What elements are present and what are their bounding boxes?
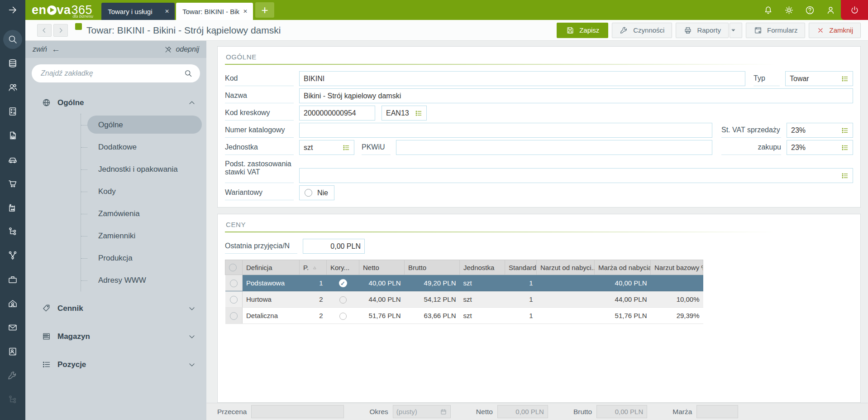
module-briefcase-button[interactable] [0, 267, 25, 291]
przecena-input[interactable] [251, 405, 344, 418]
vat-zakupu-select[interactable]: 23% [787, 140, 853, 155]
menu-expand-button[interactable] [0, 0, 25, 20]
col-header-5[interactable]: Jednostka [460, 260, 505, 275]
col-header-2[interactable]: Kory... [327, 260, 359, 275]
reports-dropdown-button[interactable] [730, 23, 742, 38]
forward-button[interactable] [53, 24, 68, 37]
module-home-user-button[interactable] [0, 291, 25, 315]
row-selector[interactable] [225, 308, 243, 324]
form-layout-button[interactable]: Formularz [746, 23, 806, 38]
module-car-button[interactable] [0, 147, 25, 171]
jednostka-select[interactable]: szt [299, 140, 354, 155]
nav-item-kody[interactable]: Kody [81, 180, 206, 203]
logo-play-icon [47, 5, 57, 15]
tab-close-icon[interactable]: ✕ [161, 8, 169, 14]
search-icon [184, 69, 193, 78]
kod-input[interactable] [299, 71, 745, 86]
nav-item-og-lne[interactable]: Ogólne [81, 114, 206, 136]
col-header-0[interactable]: Definicja [243, 260, 300, 275]
okres-input[interactable]: (pusty) [393, 405, 451, 418]
nav-group-ogólne[interactable]: Ogólne [25, 92, 206, 114]
col-header-6[interactable]: Standard... [505, 260, 537, 275]
nav-item-produkcja[interactable]: Produkcja [81, 247, 206, 269]
user-button[interactable] [820, 0, 841, 20]
collapse-label[interactable]: zwiń [33, 45, 47, 53]
module-hierarchy-button[interactable] [0, 387, 25, 411]
tab-active-1[interactable]: Towar: BIKINI - Bikini...✕ [176, 3, 253, 20]
kod-kreskowy-input[interactable] [299, 106, 375, 121]
footer-marza-input[interactable] [696, 405, 738, 418]
actions-button[interactable]: Czynności [612, 23, 672, 38]
bell-button[interactable] [758, 0, 778, 20]
nav-group-pozycje[interactable]: Pozycje [25, 353, 206, 376]
nav-item-zamienniki[interactable]: Zamienniki [81, 225, 206, 247]
tab-inactive-0[interactable]: Towary i usługi✕ [101, 3, 175, 20]
ostatnia-przyjecia-input[interactable] [303, 239, 365, 254]
new-tab-button[interactable]: + [255, 2, 274, 18]
col-header-9[interactable]: Narzut bazowy % [651, 260, 703, 275]
nazwa-input[interactable] [299, 88, 853, 103]
footer-netto-input[interactable]: 0,00 PLN [497, 405, 548, 418]
back-button[interactable] [37, 24, 52, 37]
gear-button[interactable] [778, 0, 799, 20]
price-row-podstawowa[interactable]: Podstawowa1✓40,00 PLN49,20 PLNszt140,00 … [225, 275, 703, 291]
module-hierarchy-button[interactable] [0, 219, 25, 243]
module-cart-button[interactable] [0, 171, 25, 195]
price-row-hurtowa[interactable]: Hurtowa244,00 PLN54,12 PLNszt144,00 PLN1… [225, 291, 703, 308]
close-button[interactable]: Zamknij [809, 23, 861, 38]
numer-katalogowy-input[interactable] [299, 123, 712, 138]
module-wrench-button[interactable] [0, 363, 25, 387]
module-delivery-doc-button[interactable] [0, 123, 25, 147]
nav-item-label: Kody [98, 187, 116, 196]
nav-group-magazyn[interactable]: Magazyn [25, 325, 206, 348]
module-factory-button[interactable] [0, 195, 25, 219]
id-card-icon [7, 346, 18, 357]
unpin-control[interactable]: odepnij [164, 45, 199, 53]
typ-select[interactable]: Towar [785, 71, 853, 86]
tab-label: Towar: BIKINI - Bikini... [182, 8, 239, 15]
nav-item-label: Zamienniki [98, 232, 135, 241]
col-header-8[interactable]: Marża od nabycia [595, 260, 651, 275]
save-button[interactable]: Zapisz [557, 23, 608, 38]
nav-tree: OgólneOgólneDodatkoweJednostki i opakowa… [25, 87, 206, 420]
module-calculator-button[interactable] [0, 99, 25, 123]
module-users-button[interactable] [0, 75, 25, 99]
podst-zastosowania-select[interactable] [299, 168, 853, 183]
cell-jednostka: szt [460, 275, 505, 291]
col-header-3[interactable]: Netto [359, 260, 405, 275]
col-header-4[interactable]: Brutto [405, 260, 460, 275]
row-selector[interactable] [225, 291, 243, 308]
list-picker-icon [841, 144, 849, 152]
col-header-1[interactable]: P. [300, 260, 327, 275]
tab-close-icon[interactable]: ✕ [239, 8, 248, 14]
module-mail-button[interactable] [0, 315, 25, 339]
bookmark-search-input[interactable] [41, 69, 184, 77]
cell-brutto: 63,66 PLN [405, 308, 460, 324]
col-header-7[interactable]: Narzut od nabyci... [537, 260, 595, 275]
row-selector[interactable] [225, 275, 243, 291]
footer-brutto-input[interactable]: 0,00 PLN [596, 405, 647, 418]
kod-kreskowy-typ-select[interactable]: EAN13 [382, 106, 427, 121]
module-search-button[interactable] [0, 27, 25, 51]
cell-marza_od_nabycia: 51,76 PLN [595, 308, 651, 324]
help-button[interactable] [799, 0, 820, 20]
nav-group-cennik[interactable]: Cennik [25, 297, 206, 319]
nav-item-jednostki-i-opakowania[interactable]: Jednostki i opakowania [81, 158, 206, 180]
chevron-down-icon [187, 360, 196, 369]
vat-sprzedazy-select[interactable]: 23% [787, 123, 853, 138]
nav-item-adresy-www[interactable]: Adresy WWW [81, 269, 206, 291]
logout-button[interactable] [841, 0, 868, 20]
pkwiu-input[interactable] [396, 140, 712, 155]
price-row-detaliczna[interactable]: Detaliczna251,76 PLN63,66 PLNszt151,76 P… [225, 308, 703, 324]
nav-group-label: Pozycje [57, 360, 86, 369]
bookmark-search-box [32, 64, 200, 82]
module-id-card-button[interactable] [0, 339, 25, 363]
module-database-button[interactable] [0, 51, 25, 75]
wariantowy-radio[interactable]: Nie [299, 185, 334, 200]
module-network-button[interactable] [0, 243, 25, 267]
cell-kory: ✓ [327, 275, 359, 291]
nav-item-dodatkowe[interactable]: Dodatkowe [81, 136, 206, 158]
arrow-left-icon[interactable]: ← [52, 44, 60, 54]
nav-item-zam-wienia[interactable]: Zamówienia [81, 203, 206, 225]
reports-button[interactable]: Raporty [676, 23, 729, 38]
